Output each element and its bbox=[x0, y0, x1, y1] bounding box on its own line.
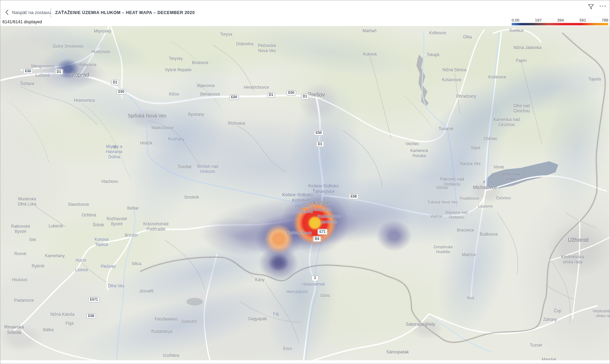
map-label: Nižná Jablonka bbox=[513, 45, 541, 50]
map-label: Dubovica bbox=[236, 41, 253, 47]
road-line bbox=[107, 237, 131, 290]
map-label: Poprad bbox=[71, 72, 89, 78]
road-badge: D1 bbox=[301, 94, 309, 99]
map-label: Kamenná Poruba bbox=[410, 148, 428, 159]
map-label: Oľka bbox=[463, 35, 472, 40]
legend-gradient-bar bbox=[512, 23, 608, 25]
map-label: Rovné bbox=[14, 251, 26, 256]
map-label: Topoľa bbox=[588, 77, 601, 82]
legend-tick: 197 bbox=[535, 18, 541, 22]
map-label: Kholmkivska silska rada bbox=[561, 254, 584, 265]
map-label: Bátka bbox=[43, 327, 54, 332]
map-label: Koškovce bbox=[488, 75, 506, 80]
map-label: Velykodobro silska ra bbox=[593, 309, 610, 318]
road-badge: E50 bbox=[229, 95, 239, 100]
road-badge: E71 bbox=[318, 229, 327, 235]
road-badge: E50 bbox=[286, 90, 296, 96]
map-label: Jósvafő bbox=[139, 289, 153, 294]
map-label: Matejovce bbox=[78, 62, 97, 67]
heat-map-canvas[interactable]: MlyncekyDolný SmokovecHuncovceMengusovce… bbox=[0, 26, 610, 360]
map-label: Hernádpetri bbox=[286, 289, 308, 294]
map-label: Štítnik bbox=[93, 223, 104, 228]
map-label: Brutovce bbox=[192, 60, 208, 65]
map-label: Čečehov bbox=[496, 196, 511, 201]
map-label: Kunova Teplica bbox=[95, 237, 109, 247]
map-label: Mándok bbox=[542, 357, 557, 361]
map-label: Rad bbox=[467, 296, 474, 301]
map-label: Felsőtelekes bbox=[155, 317, 178, 322]
map-label: Košice-Sídlisko Košického vládneho progr… bbox=[282, 192, 313, 214]
map-label: Zemplínska šírava bbox=[501, 172, 520, 181]
map-label: Rudňany bbox=[168, 137, 184, 142]
funnel-icon bbox=[588, 4, 594, 10]
map-label: Košice-Nad jazerom bbox=[318, 214, 341, 225]
header-divider bbox=[51, 8, 51, 18]
legend-ticks: 0.00197394591789 bbox=[512, 18, 608, 22]
filter-button[interactable] bbox=[587, 3, 595, 11]
map-label: Rybník bbox=[32, 264, 44, 269]
map-label: Beharovce bbox=[200, 92, 220, 97]
map-label: Huncovce bbox=[92, 49, 110, 54]
map-label: Košice bbox=[313, 199, 330, 206]
country-border-line bbox=[140, 193, 597, 342]
road-line bbox=[573, 219, 580, 319]
map-label: Torysa bbox=[220, 32, 232, 37]
map-label: Vlachovo bbox=[101, 179, 118, 184]
map-label: Šuňava bbox=[20, 81, 34, 86]
map-label: Gagyapáti bbox=[248, 316, 267, 322]
back-button[interactable]: Naspäť na zostavu bbox=[5, 9, 51, 15]
map-label: Dolný Smokovec bbox=[53, 44, 84, 49]
map-label: Markušovce bbox=[151, 125, 174, 130]
map-label: Svetlice bbox=[509, 28, 524, 33]
road-badge: D1 bbox=[55, 69, 63, 75]
map-label: Čop bbox=[554, 309, 561, 314]
map-label: Vinné bbox=[493, 165, 504, 170]
lake-shape bbox=[186, 298, 203, 305]
map-label: Encs bbox=[283, 346, 292, 351]
map-label: Košice-Sídlisko Ťahanovce bbox=[308, 183, 339, 194]
map-label: Michalovce bbox=[473, 185, 497, 191]
map-label: Rožňavské Bystré bbox=[107, 216, 127, 227]
map-label: Smolník bbox=[184, 195, 199, 200]
displayed-count: 6141/6141 displayed bbox=[2, 20, 42, 24]
map-label: Padarovce bbox=[14, 298, 34, 303]
map-label: Bystrany bbox=[188, 112, 204, 117]
road-line bbox=[204, 254, 217, 360]
map-label: Hranovnica bbox=[74, 98, 95, 103]
map-label: Nižná Kaloša bbox=[50, 312, 75, 317]
back-chevron-icon bbox=[5, 9, 9, 15]
map-label: Papín bbox=[516, 58, 526, 63]
road-badge: E50 bbox=[23, 68, 33, 74]
road-line bbox=[303, 314, 429, 360]
more-options-button[interactable]: ··· bbox=[599, 2, 607, 12]
map-label: Lučivná bbox=[35, 73, 49, 78]
map-label: Chlmec bbox=[484, 136, 498, 141]
map-world: MlyncekyDolný SmokovecHuncovceMengusovce… bbox=[0, 26, 610, 360]
map-label: Szendrő bbox=[181, 319, 197, 324]
map-label: Hrušovo bbox=[12, 277, 27, 283]
map-label: Mníšek nad Hnilcom bbox=[197, 164, 218, 174]
header-actions: ··· bbox=[587, 2, 607, 12]
map-label: Košice-Šaca bbox=[287, 230, 312, 236]
map-label: Mengusovce bbox=[31, 64, 54, 69]
map-label: Lubeník bbox=[49, 224, 63, 229]
river-line bbox=[448, 130, 457, 206]
map-label: Staré bbox=[471, 146, 480, 151]
road-line bbox=[22, 330, 117, 360]
map-label: Bracovce bbox=[457, 228, 474, 233]
map-label: Pozdišovce bbox=[460, 196, 479, 201]
map-label: Nacina Ves bbox=[460, 161, 481, 166]
road-badge: D1 bbox=[111, 80, 119, 85]
map-label: Sátoraljaújhely bbox=[406, 322, 435, 327]
map-label: Mlynceky bbox=[94, 29, 111, 34]
map-label: Zemplínske Hradište bbox=[434, 245, 453, 254]
road-badge: E58 bbox=[86, 313, 96, 319]
map-label: Malčice bbox=[462, 252, 476, 258]
map-label: Vechec bbox=[405, 141, 419, 147]
map-label: Kány bbox=[255, 277, 264, 283]
map-label: Rimavská Sobota bbox=[4, 324, 24, 336]
legend-tick: 591 bbox=[580, 18, 586, 22]
road-badge: E50 bbox=[117, 89, 126, 95]
road-badge: E571 bbox=[88, 297, 99, 302]
map-label: Fáj bbox=[273, 312, 279, 317]
